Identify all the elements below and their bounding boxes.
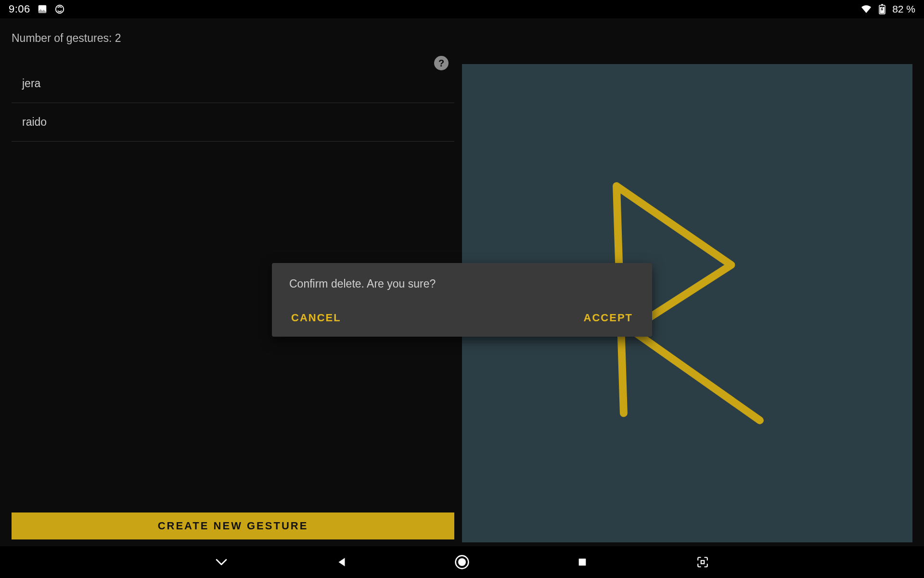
no-sync-icon: [54, 4, 65, 14]
dialog-message: Confirm delete. Are you sure?: [289, 277, 635, 290]
back-triangle-icon: [335, 556, 348, 568]
create-gesture-button[interactable]: CREATE NEW GESTURE: [12, 512, 454, 539]
accept-label: ACCEPT: [584, 312, 633, 324]
confirm-delete-dialog: Confirm delete. Are you sure? CANCEL ACC…: [272, 263, 652, 337]
wifi-icon: [860, 4, 872, 14]
create-gesture-label: CREATE NEW GESTURE: [158, 520, 308, 532]
photo-icon: [37, 4, 48, 14]
gesture-name: jera: [22, 77, 40, 90]
system-navbar: [0, 546, 924, 578]
cancel-button[interactable]: CANCEL: [289, 308, 343, 328]
status-clock: 9:06: [9, 3, 30, 15]
gesture-count-label: Number of gestures: 2: [12, 32, 121, 45]
battery-percent: 82 %: [892, 3, 915, 15]
list-item[interactable]: jera: [12, 65, 454, 103]
accept-button[interactable]: ACCEPT: [582, 308, 635, 328]
svg-rect-8: [701, 561, 705, 564]
svg-rect-3: [881, 4, 883, 6]
nav-screenshot-button[interactable]: [693, 552, 712, 572]
home-circle-icon: [454, 554, 470, 570]
recent-square-icon: [577, 557, 588, 567]
svg-rect-7: [579, 559, 586, 566]
list-item[interactable]: raido: [12, 103, 454, 142]
status-left: 9:06: [9, 3, 65, 15]
nav-home-button[interactable]: [452, 552, 472, 572]
nav-back-button[interactable]: [332, 552, 351, 572]
app-surface: Number of gestures: 2 ? jera raido CREAT…: [0, 18, 924, 546]
chevron-down-icon: [214, 555, 229, 569]
gesture-name: raido: [22, 116, 47, 128]
status-right: 82 %: [860, 3, 915, 15]
screenshot-icon: [696, 556, 709, 568]
nav-extra-button[interactable]: [212, 552, 231, 572]
cancel-label: CANCEL: [291, 312, 341, 324]
svg-point-6: [458, 558, 466, 566]
gesture-list: jera raido: [12, 65, 454, 142]
status-bar: 9:06 82 %: [0, 0, 924, 18]
battery-icon: [879, 4, 886, 14]
dialog-actions: CANCEL ACCEPT: [289, 308, 635, 328]
nav-recent-button[interactable]: [573, 552, 592, 572]
